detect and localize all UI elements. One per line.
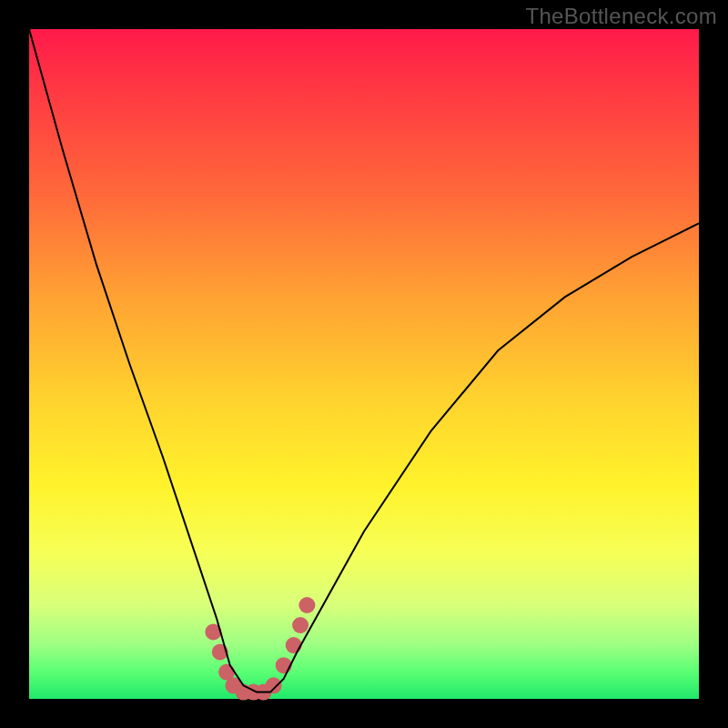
chart-frame: TheBottleneck.com	[0, 0, 728, 728]
data-marker	[286, 637, 302, 653]
curve-path	[29, 29, 699, 693]
watermark-text: TheBottleneck.com	[525, 4, 717, 29]
chart-svg	[29, 29, 699, 699]
plot-area	[29, 29, 699, 699]
data-marker	[298, 597, 315, 613]
data-marker	[292, 617, 308, 633]
